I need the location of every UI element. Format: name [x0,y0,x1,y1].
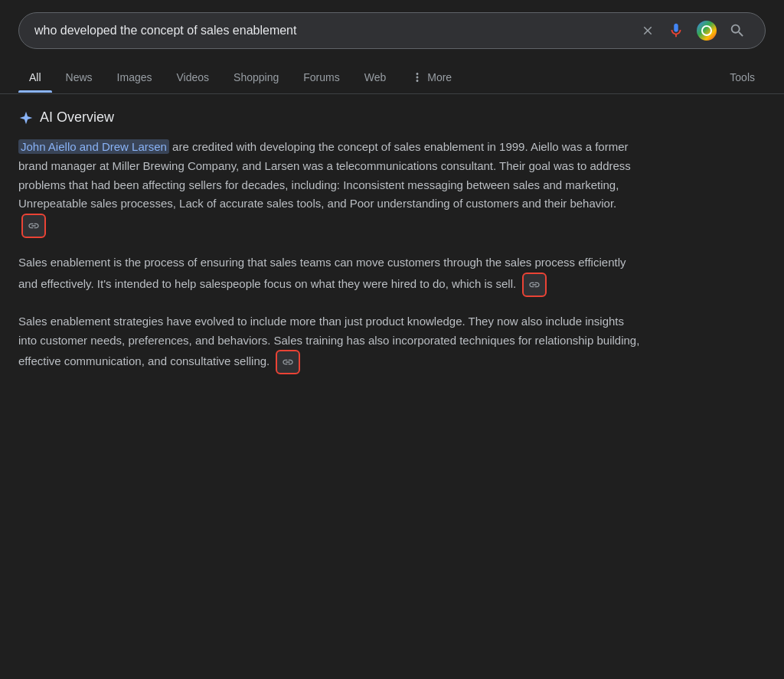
paragraph3-text: Sales enablement strategies have evolved… [18,315,639,367]
cite-button-2[interactable] [522,273,547,297]
search-bar: who developed the concept of sales enabl… [18,12,766,49]
tab-web-label: Web [364,71,387,83]
ai-paragraph-3: Sales enablement strategies have evolved… [18,312,640,375]
tab-all[interactable]: All [18,62,52,93]
more-dots-icon [410,70,424,84]
ai-star-icon [18,110,34,126]
tab-videos-label: Videos [177,71,210,83]
ai-overview-header: AI Overview [18,109,640,126]
lens-icon-inner [701,25,712,36]
tab-more[interactable]: More [400,61,462,93]
tab-shopping-label: Shopping [234,71,279,83]
tab-images-label: Images [117,71,152,83]
search-submit-button[interactable] [725,18,750,43]
cite-button-3[interactable] [276,350,300,374]
tabs-area: All News Images Videos Shopping Forums W… [0,61,784,94]
ai-paragraph-1: John Aiello and Drew Larsen are credited… [18,138,640,238]
cite-link-icon-2 [528,279,541,291]
tab-tools[interactable]: Tools [719,62,766,93]
lens-icon [697,21,717,41]
tab-all-label: All [29,71,41,83]
search-icons-group [664,18,750,43]
search-bar-area: who developed the concept of sales enabl… [0,0,784,61]
tab-videos[interactable]: Videos [166,62,220,93]
ai-paragraph-2: Sales enablement is the process of ensur… [18,253,640,297]
close-icon [641,24,655,38]
cite-link-icon-1 [28,220,40,232]
cite-link-icon-3 [282,356,294,368]
main-content: AI Overview John Aiello and Drew Larsen … [0,94,658,405]
ai-overview-title: AI Overview [40,109,114,126]
tab-news-label: News [66,71,93,83]
search-icon [729,22,746,39]
highlighted-names: John Aiello and Drew Larsen [18,139,169,154]
tab-news[interactable]: News [55,62,103,93]
tab-forums[interactable]: Forums [292,62,350,93]
clear-search-button[interactable] [641,24,655,38]
lens-button[interactable] [694,18,719,43]
tab-more-label: More [427,71,452,83]
mic-icon [668,22,684,39]
tab-images[interactable]: Images [106,62,163,93]
search-input[interactable]: who developed the concept of sales enabl… [34,24,632,38]
tab-forums-label: Forums [303,71,339,83]
tab-web[interactable]: Web [354,62,397,93]
tab-shopping[interactable]: Shopping [223,62,289,93]
mic-button[interactable] [664,18,688,43]
cite-button-1[interactable] [21,214,46,238]
